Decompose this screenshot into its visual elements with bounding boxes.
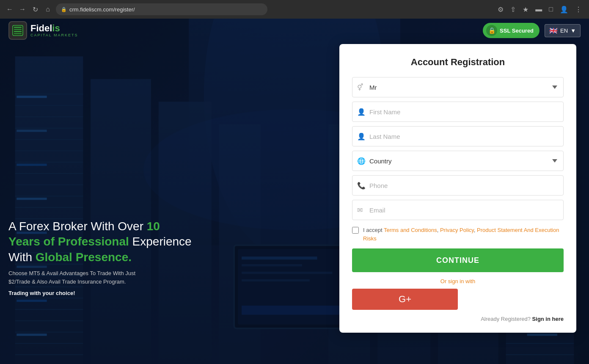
- lock-icon: 🔒: [61, 7, 67, 12]
- profile-icon[interactable]: 👤: [558, 5, 570, 14]
- form-title: Account Registration: [352, 57, 564, 68]
- email-input[interactable]: [352, 200, 564, 220]
- already-registered-text: Already Registered? Sign in here: [352, 316, 564, 322]
- logo-area: Fidelis CAPITAL MARKETS: [8, 21, 78, 40]
- logo-name-highlight: is: [52, 23, 60, 33]
- email-group: ✉: [352, 200, 564, 220]
- person-icon-2: 👤: [357, 132, 366, 141]
- window-icon[interactable]: □: [547, 5, 555, 14]
- home-button[interactable]: ⌂: [43, 5, 52, 14]
- top-bar-right: 🔒 SSL Secured 🇬🇧 EN ▼: [483, 23, 581, 38]
- country-select[interactable]: Country United States United Kingdom Aus…: [352, 151, 564, 171]
- registration-panel: Account Registration ⚥ Mr Mrs Ms Dr 👤 👤 …: [339, 44, 576, 333]
- hero-desc2: $2/Trade & Also Avail Trade Insurance Pr…: [8, 279, 126, 285]
- url-text: crm.fideliscm.com/register/: [69, 6, 135, 13]
- hero-line3: Experience: [129, 235, 192, 248]
- menu-icon[interactable]: ⋮: [573, 5, 584, 14]
- hero-description: Choose MT5 & Avail Advantages To Trade W…: [8, 269, 192, 286]
- chevron-down-icon: ▼: [570, 28, 576, 34]
- logo-text: Fidelis CAPITAL MARKETS: [30, 24, 78, 37]
- first-name-input[interactable]: [352, 102, 564, 122]
- google-plus-icon: G+: [399, 294, 411, 305]
- continue-button[interactable]: CONTINUE: [352, 248, 564, 272]
- forward-button[interactable]: →: [18, 5, 27, 14]
- top-bar: Fidelis CAPITAL MARKETS 🔒 SSL Secured 🇬🇧…: [0, 19, 589, 42]
- ssl-label: SSL Secured: [500, 28, 534, 34]
- logo-icon: [8, 21, 27, 40]
- hero-tagline: Trading with your choice!: [8, 290, 192, 296]
- refresh-button[interactable]: ↻: [30, 5, 40, 14]
- with-text: with: [465, 278, 475, 284]
- google-signin-button[interactable]: G+: [352, 289, 458, 310]
- country-group: 🌐 Country United States United Kingdom A…: [352, 151, 564, 171]
- svg-rect-108: [14, 27, 22, 28]
- address-bar[interactable]: 🔒 crm.fideliscm.com/register/: [56, 3, 267, 15]
- svg-rect-109: [14, 29, 22, 30]
- terms-link[interactable]: Terms and Conditions: [384, 227, 437, 233]
- privacy-link[interactable]: Privacy Policy: [440, 227, 474, 233]
- salutation-group: ⚥ Mr Mrs Ms Dr: [352, 77, 564, 97]
- email-icon: ✉: [357, 206, 363, 214]
- hero-line1: A Forex Broker With Over: [8, 220, 147, 233]
- logo-name: Fidelis: [30, 24, 78, 33]
- hero-highlight1: 10: [147, 220, 160, 233]
- hero-highlight3: Global Presence.: [36, 251, 132, 264]
- bookmark-icon[interactable]: ★: [520, 5, 531, 14]
- lang-label: EN: [560, 28, 568, 34]
- hero-text: A Forex Broker With Over 10 Years of Pro…: [8, 219, 192, 296]
- extension-icon[interactable]: ⚙: [495, 5, 506, 14]
- last-name-input[interactable]: [352, 126, 564, 146]
- salutation-select[interactable]: Mr Mrs Ms Dr: [352, 77, 564, 97]
- svg-rect-110: [14, 31, 22, 32]
- terms-text: I accept Terms and Conditions, Privacy P…: [363, 226, 564, 243]
- phone-group: 📞: [352, 175, 564, 196]
- first-name-group: 👤: [352, 102, 564, 122]
- browser-icons: ⚙ ⇧ ★ ▬ □ 👤 ⋮: [495, 5, 584, 14]
- hero-highlight2: Years of Professional: [8, 235, 129, 248]
- last-name-group: 👤: [352, 126, 564, 146]
- globe-icon: 🌐: [357, 157, 366, 165]
- ssl-badge: 🔒 SSL Secured: [483, 23, 539, 38]
- share-icon[interactable]: ⇧: [508, 5, 518, 14]
- terms-checkbox[interactable]: [352, 227, 359, 234]
- back-button[interactable]: ←: [5, 5, 14, 14]
- hero-desc1: Choose MT5 & Avail Advantages To Trade W…: [8, 270, 135, 276]
- ssl-lock-icon: 🔒: [486, 25, 497, 36]
- gender-icon: ⚥: [357, 83, 363, 91]
- phone-input[interactable]: [352, 175, 564, 196]
- hero-line4: With: [8, 251, 36, 264]
- hero-headline: A Forex Broker With Over 10 Years of Pro…: [8, 219, 192, 265]
- puzzle-icon[interactable]: ▬: [533, 5, 544, 14]
- or-text: Or sign in: [440, 278, 465, 284]
- flag-icon: 🇬🇧: [549, 27, 558, 35]
- browser-toolbar: ← → ↻ ⌂ 🔒 crm.fideliscm.com/register/ ⚙ …: [0, 0, 589, 19]
- person-icon: 👤: [357, 108, 366, 116]
- phone-icon: 📞: [357, 182, 366, 190]
- svg-rect-111: [14, 33, 22, 34]
- logo-subtitle: CAPITAL MARKETS: [30, 33, 78, 37]
- main-content: Fidelis CAPITAL MARKETS 🔒 SSL Secured 🇬🇧…: [0, 19, 589, 364]
- terms-row: I accept Terms and Conditions, Privacy P…: [352, 226, 564, 243]
- language-selector[interactable]: 🇬🇧 EN ▼: [545, 24, 581, 37]
- sign-in-here-link[interactable]: Sign in here: [532, 316, 564, 322]
- or-signin-text: Or sign in with: [352, 278, 564, 284]
